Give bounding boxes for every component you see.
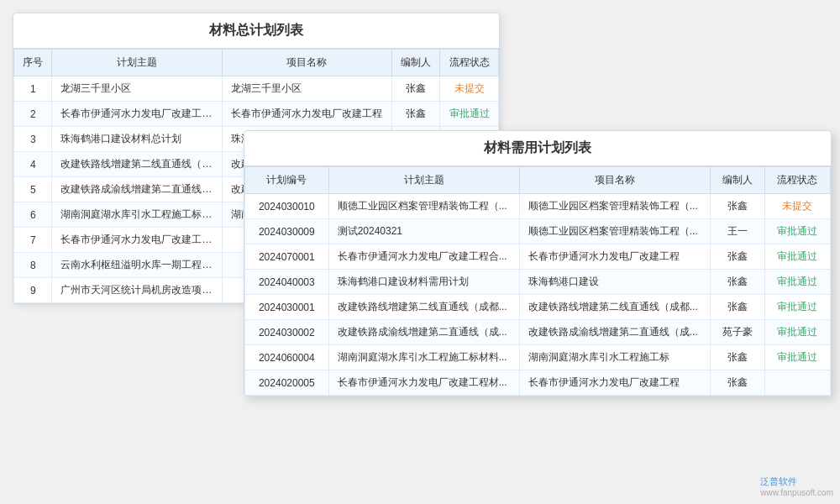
table-row[interactable]: 1龙湖三千里小区龙湖三千里小区张鑫未提交 bbox=[14, 76, 499, 102]
table-row[interactable]: 2024070001长春市伊通河水力发电厂改建工程合...长春市伊通河水力发电厂… bbox=[245, 244, 831, 270]
col-status: 流程状态 bbox=[440, 50, 499, 76]
col-editor2: 编制人 bbox=[710, 167, 764, 194]
material-demand-plan-table: 材料需用计划列表 计划编号 计划主题 项目名称 编制人 流程状态 2024030… bbox=[244, 130, 832, 396]
table-row[interactable]: 2024030002改建铁路成渝线增建第二直通线（成...改建铁路成渝线增建第二… bbox=[245, 320, 831, 345]
col-project-name2: 项目名称 bbox=[519, 167, 710, 194]
col-plan-no: 计划编号 bbox=[245, 167, 329, 194]
table-row[interactable]: 2024020005长春市伊通河水力发电厂改建工程材...长春市伊通河水力发电厂… bbox=[245, 370, 831, 396]
table-row[interactable]: 2长春市伊通河水力发电厂改建工程合同材料...长春市伊通河水力发电厂改建工程张鑫… bbox=[14, 102, 499, 127]
table1-title: 材料总计划列表 bbox=[13, 13, 499, 49]
table-row[interactable]: 2024030009测试20240321顺德工业园区档案管理精装饰工程（...王… bbox=[245, 219, 831, 244]
col-plan-theme: 计划主题 bbox=[52, 50, 222, 76]
table-row[interactable]: 2024030010顺德工业园区档案管理精装饰工程（...顺德工业园区档案管理精… bbox=[245, 194, 831, 219]
watermark: 泛普软件 www.fanpusoft.com bbox=[760, 475, 833, 497]
table2-title: 材料需用计划列表 bbox=[244, 131, 831, 166]
col-plan-theme2: 计划主题 bbox=[328, 167, 519, 194]
col-project-name: 项目名称 bbox=[222, 50, 391, 76]
col-editor: 编制人 bbox=[391, 50, 440, 76]
col-seq: 序号 bbox=[14, 50, 52, 76]
col-status2: 流程状态 bbox=[764, 167, 830, 194]
table-row[interactable]: 2024030001改建铁路线增建第二线直通线（成都...改建铁路线增建第二线直… bbox=[245, 295, 831, 320]
table-row[interactable]: 2024040003珠海鹤港口建设材料需用计划珠海鹤港口建设张鑫审批通过 bbox=[245, 270, 831, 295]
table-row[interactable]: 2024060004湖南洞庭湖水库引水工程施工标材料...湖南洞庭湖水库引水工程… bbox=[245, 345, 831, 370]
